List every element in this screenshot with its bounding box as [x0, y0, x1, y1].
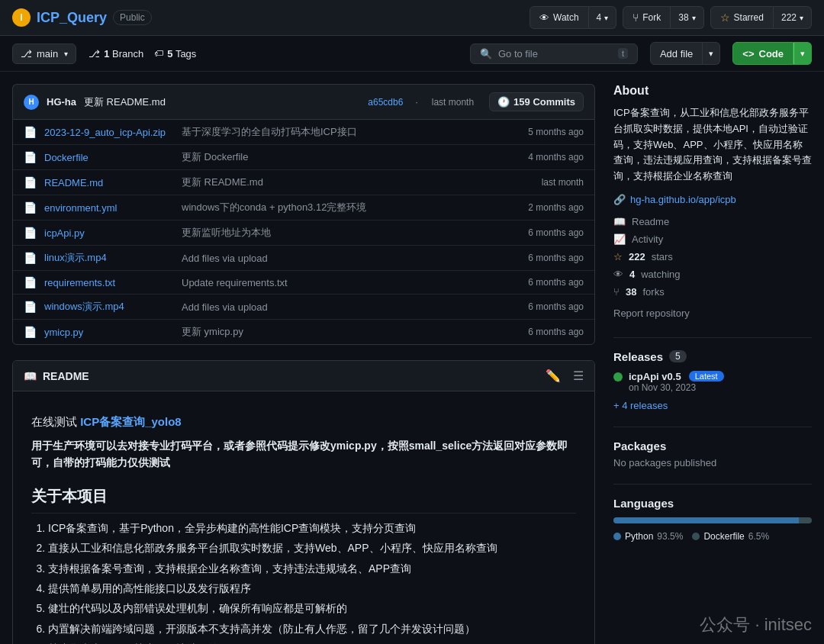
- file-name[interactable]: Dockerfile: [44, 152, 174, 163]
- main-layout: H HG-ha 更新 README.md a65cdb6 · last mont…: [0, 72, 824, 644]
- language-list: Python 93.5% Dockerfile 6.5%: [613, 531, 812, 542]
- sidebar: About ICP备案查询，从工业和信息化部政务服务平台抓取实时数据，提供本地A…: [613, 84, 812, 644]
- release-tag[interactable]: icpApi v0.5: [629, 371, 681, 382]
- goto-shortcut: t: [618, 48, 628, 59]
- file-message: 基于深度学习的全自动打码本地ICP接口: [182, 125, 520, 139]
- table-row: 📄 linux演示.mp4 Add files via upload 6 mon…: [13, 246, 594, 271]
- tags-count-item[interactable]: 🏷 5 Tags: [154, 48, 196, 60]
- readme-title: README: [43, 370, 89, 382]
- readme-bold-text: 用于生产环境可以去对接专业打码平台，或者参照代码提示修改ymicp.py，按照s…: [31, 437, 576, 472]
- sidebar-divider-3: [613, 484, 812, 485]
- repo-name-link[interactable]: ICP_Query: [37, 10, 107, 26]
- file-name[interactable]: windows演示.mp4: [44, 300, 174, 314]
- file-time: 6 months ago: [528, 227, 584, 238]
- dockerfile-dot: [692, 533, 700, 540]
- readme-list-item: 直接从工业和信息化部政务服务平台抓取实时数据，支持Web、APP、小程序、快应用…: [48, 539, 576, 556]
- file-time: 6 months ago: [528, 277, 584, 288]
- file-message: 更新监听地址为本地: [182, 226, 520, 240]
- file-time: 6 months ago: [528, 327, 584, 337]
- language-bar: [613, 517, 812, 523]
- action-buttons: Watch 4 ▾ Fork 38 ▾ Starred: [529, 6, 812, 29]
- release-date: on Nov 30, 2023: [629, 382, 724, 393]
- file-message: Add files via upload: [182, 301, 520, 313]
- watch-button[interactable]: Watch: [529, 6, 589, 29]
- go-to-file-input[interactable]: 🔍 Go to file t: [470, 43, 638, 64]
- readme-edit-icon[interactable]: ✏️: [546, 369, 561, 383]
- languages-section: Languages Python 93.5% Dockerfile 6.5%: [613, 497, 812, 542]
- table-row: 📄 requirements.txt Update requirements.t…: [13, 271, 594, 295]
- star-count[interactable]: 222 ▾: [774, 6, 812, 29]
- commit-hash[interactable]: a65cdb6: [368, 97, 403, 108]
- file-name[interactable]: environment.yml: [44, 202, 174, 214]
- table-row: 📄 environment.yml windows下的conda + pytho…: [13, 195, 594, 221]
- file-time: 6 months ago: [528, 253, 584, 263]
- readme-intro-link[interactable]: ICP备案查询_yolo8: [80, 415, 182, 428]
- releases-header: Releases 5: [613, 350, 812, 363]
- repo-title: I ICP_Query Public: [12, 8, 152, 27]
- readme-raw-icon[interactable]: ☰: [573, 369, 584, 383]
- star-meta-icon: ☆: [613, 251, 623, 262]
- more-releases-link[interactable]: + 4 releases: [613, 400, 668, 411]
- file-name[interactable]: 2023-12-9_auto_icp-Api.zip: [44, 127, 174, 138]
- commits-link[interactable]: 🕐 159 Commits: [489, 92, 584, 111]
- about-link[interactable]: 🔗 hg-ha.github.io/app/icpb: [613, 194, 812, 205]
- activity-icon: 📈: [613, 233, 626, 245]
- watch-count[interactable]: 4 ▾: [589, 6, 617, 29]
- table-row: 📄 icpApi.py 更新监听地址为本地 6 months ago: [13, 221, 594, 246]
- python-lang-item: Python 93.5%: [613, 531, 683, 542]
- activity-meta-item[interactable]: 📈 Activity: [613, 230, 812, 248]
- file-name[interactable]: README.md: [44, 177, 174, 188]
- file-name[interactable]: requirements.txt: [44, 277, 174, 288]
- about-title: About: [613, 84, 812, 98]
- file-message: 更新 README.md: [182, 175, 534, 189]
- watch-icon: [539, 12, 549, 24]
- file-time: 5 months ago: [528, 127, 584, 137]
- releases-title: Releases: [613, 350, 663, 363]
- release-info: icpApi v0.5 Latest on Nov 30, 2023: [629, 371, 724, 393]
- add-file-chevron[interactable]: ▾: [703, 42, 720, 65]
- file-time: 6 months ago: [528, 301, 584, 312]
- about-section: About ICP备案查询，从工业和信息化部政务服务平台抓取实时数据，提供本地A…: [613, 84, 812, 319]
- file-name[interactable]: linux演示.mp4: [44, 251, 174, 265]
- file-icon: 📄: [24, 151, 37, 163]
- star-button[interactable]: Starred: [710, 6, 774, 29]
- public-badge: Public: [113, 10, 152, 25]
- python-bar: [613, 517, 799, 523]
- star-icon: [720, 11, 730, 24]
- readme-panel: 📖 README ✏️ ☰ 在线测试 ICP备案查询_yolo8 用于生产环境可…: [12, 360, 595, 644]
- report-repo-link[interactable]: Report repository: [613, 308, 690, 319]
- readme-meta-item[interactable]: 📖 Readme: [613, 213, 812, 230]
- add-file-button[interactable]: Add file: [650, 42, 703, 65]
- table-row: 📄 Dockerfile 更新 Dockerfile 4 months ago: [13, 145, 594, 170]
- dockerfile-bar: [799, 517, 812, 523]
- commit-author: HG-ha: [47, 96, 76, 108]
- file-message: Add files via upload: [182, 253, 520, 264]
- readme-list-item: 支持根据备案号查询，支持根据企业名称查询，支持违法违规域名、APP查询: [48, 560, 576, 577]
- fork-count[interactable]: 38 ▾: [671, 6, 703, 29]
- sidebar-meta: 📖 Readme 📈 Activity ☆ 222 stars 👁 4 watc…: [613, 213, 812, 301]
- readme-header: 📖 README ✏️ ☰: [13, 361, 594, 391]
- about-desc: ICP备案查询，从工业和信息化部政务服务平台抓取实时数据，提供本地API，自动过…: [613, 105, 812, 185]
- code-group: <> Code ▾: [732, 42, 812, 65]
- code-chevron[interactable]: ▾: [793, 42, 812, 65]
- branch-selector[interactable]: ⎇ main ▾: [12, 43, 76, 64]
- fork-button[interactable]: Fork: [623, 6, 671, 29]
- sidebar-divider: [613, 337, 812, 338]
- file-icon: 📄: [24, 201, 37, 214]
- file-message: 更新 ymicp.py: [182, 325, 520, 339]
- readme-list-item: 禁止售卖本项目，禁止用于违法目的: [48, 640, 576, 644]
- file-name[interactable]: icpApi.py: [44, 227, 174, 239]
- branch-meta: ⎇ 1 Branch 🏷 5 Tags: [89, 48, 196, 60]
- file-icon: 📄: [24, 126, 37, 138]
- file-name[interactable]: ymicp.py: [44, 327, 174, 338]
- code-button[interactable]: <> Code: [732, 42, 793, 65]
- eye-meta-icon: 👁: [613, 269, 623, 280]
- file-message: windows下的conda + python3.12完整环境: [182, 201, 520, 214]
- commit-message: 更新 README.md: [84, 95, 166, 109]
- repo-avatar: I: [12, 8, 31, 27]
- file-time: 2 months ago: [528, 202, 584, 213]
- commit-avatar: H: [24, 95, 39, 110]
- branch-count-item[interactable]: ⎇ 1 Branch: [89, 48, 143, 60]
- website-link[interactable]: hg-ha.github.io/app/icpb: [630, 194, 736, 205]
- dockerfile-lang-item: Dockerfile 6.5%: [692, 531, 769, 542]
